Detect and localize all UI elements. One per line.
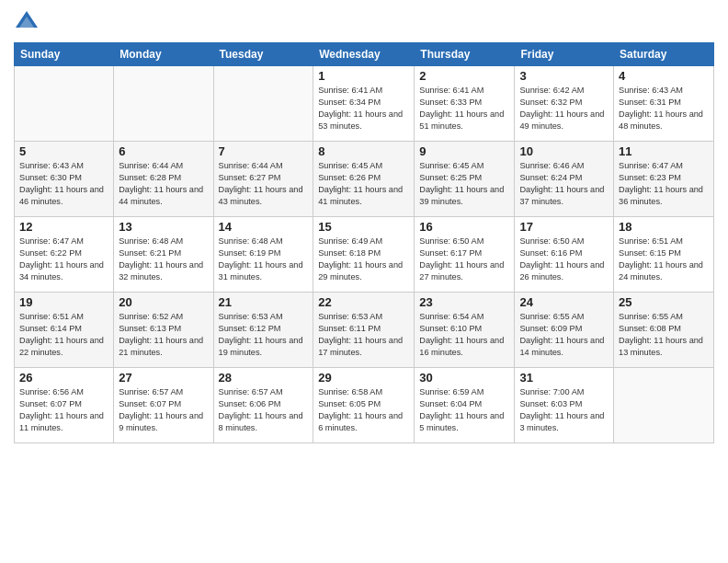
day-info: Sunrise: 6:50 AM Sunset: 6:16 PM Dayligh… [519, 236, 609, 283]
calendar-cell: 12Sunrise: 6:47 AM Sunset: 6:22 PM Dayli… [15, 217, 114, 293]
day-info: Sunrise: 6:45 AM Sunset: 6:26 PM Dayligh… [318, 160, 409, 208]
weekday-header: Sunday [15, 43, 114, 66]
day-info: Sunrise: 6:57 AM Sunset: 6:06 PM Dayligh… [219, 386, 309, 434]
day-info: Sunrise: 6:42 AM Sunset: 6:32 PM Dayligh… [519, 85, 609, 132]
day-info: Sunrise: 6:55 AM Sunset: 6:08 PM Dayligh… [619, 311, 709, 359]
calendar-cell: 19Sunrise: 6:51 AM Sunset: 6:14 PM Dayli… [15, 293, 114, 368]
day-info: Sunrise: 6:54 AM Sunset: 6:10 PM Dayligh… [419, 311, 509, 359]
day-number: 10 [519, 144, 609, 158]
page: SundayMondayTuesdayWednesdayThursdayFrid… [0, 0, 728, 563]
calendar-cell: 13Sunrise: 6:48 AM Sunset: 6:21 PM Dayli… [114, 217, 213, 293]
calendar-cell: 3Sunrise: 6:42 AM Sunset: 6:32 PM Daylig… [515, 66, 614, 142]
day-number: 18 [619, 220, 709, 234]
day-info: Sunrise: 6:44 AM Sunset: 6:28 PM Dayligh… [119, 160, 208, 208]
day-info: Sunrise: 6:47 AM Sunset: 6:22 PM Dayligh… [19, 236, 108, 283]
day-info: Sunrise: 6:56 AM Sunset: 6:07 PM Dayligh… [19, 386, 108, 434]
day-info: Sunrise: 6:48 AM Sunset: 6:21 PM Dayligh… [119, 236, 208, 283]
day-info: Sunrise: 6:55 AM Sunset: 6:09 PM Dayligh… [519, 311, 609, 359]
day-number: 20 [119, 295, 208, 309]
day-number: 3 [519, 69, 609, 83]
calendar-cell [614, 368, 714, 443]
calendar-cell: 1Sunrise: 6:41 AM Sunset: 6:34 PM Daylig… [313, 66, 415, 142]
calendar-cell: 21Sunrise: 6:53 AM Sunset: 6:12 PM Dayli… [213, 293, 313, 368]
day-number: 5 [19, 144, 108, 158]
calendar-cell: 6Sunrise: 6:44 AM Sunset: 6:28 PM Daylig… [114, 142, 213, 217]
day-number: 17 [519, 220, 609, 234]
day-info: Sunrise: 6:53 AM Sunset: 6:12 PM Dayligh… [219, 311, 309, 359]
day-info: Sunrise: 6:47 AM Sunset: 6:23 PM Dayligh… [619, 160, 709, 208]
day-number: 29 [318, 371, 409, 385]
calendar-cell: 31Sunrise: 7:00 AM Sunset: 6:03 PM Dayli… [515, 368, 614, 443]
day-number: 26 [19, 371, 108, 385]
day-number: 23 [419, 295, 509, 309]
day-number: 12 [19, 220, 108, 234]
day-info: Sunrise: 6:51 AM Sunset: 6:14 PM Dayligh… [19, 311, 108, 359]
calendar-cell: 5Sunrise: 6:43 AM Sunset: 6:30 PM Daylig… [15, 142, 114, 217]
day-number: 25 [619, 295, 709, 309]
day-info: Sunrise: 6:44 AM Sunset: 6:27 PM Dayligh… [219, 160, 309, 208]
day-info: Sunrise: 6:57 AM Sunset: 6:07 PM Dayligh… [119, 386, 208, 434]
calendar-cell: 7Sunrise: 6:44 AM Sunset: 6:27 PM Daylig… [213, 142, 313, 217]
day-number: 31 [519, 371, 609, 385]
day-info: Sunrise: 6:43 AM Sunset: 6:30 PM Dayligh… [19, 160, 108, 208]
weekday-header: Saturday [614, 43, 714, 66]
calendar-cell: 17Sunrise: 6:50 AM Sunset: 6:16 PM Dayli… [515, 217, 614, 293]
day-number: 11 [619, 144, 709, 158]
day-info: Sunrise: 6:45 AM Sunset: 6:25 PM Dayligh… [419, 160, 509, 208]
day-info: Sunrise: 7:00 AM Sunset: 6:03 PM Dayligh… [519, 386, 609, 434]
weekday-header: Friday [515, 43, 614, 66]
day-number: 30 [419, 371, 509, 385]
day-number: 6 [119, 144, 208, 158]
calendar-cell [213, 66, 313, 142]
day-number: 27 [119, 371, 208, 385]
calendar-cell: 15Sunrise: 6:49 AM Sunset: 6:18 PM Dayli… [313, 217, 415, 293]
weekday-header: Thursday [415, 43, 515, 66]
day-info: Sunrise: 6:41 AM Sunset: 6:34 PM Dayligh… [318, 85, 409, 132]
logo-icon [14, 9, 40, 35]
day-number: 4 [619, 69, 709, 83]
day-number: 13 [119, 220, 208, 234]
calendar-cell: 16Sunrise: 6:50 AM Sunset: 6:17 PM Dayli… [415, 217, 515, 293]
calendar: SundayMondayTuesdayWednesdayThursdayFrid… [14, 42, 714, 443]
calendar-cell: 26Sunrise: 6:56 AM Sunset: 6:07 PM Dayli… [15, 368, 114, 443]
day-info: Sunrise: 6:43 AM Sunset: 6:31 PM Dayligh… [619, 85, 709, 132]
calendar-cell: 27Sunrise: 6:57 AM Sunset: 6:07 PM Dayli… [114, 368, 213, 443]
day-number: 21 [219, 295, 309, 309]
logo [14, 9, 43, 35]
header [14, 9, 714, 35]
calendar-cell: 11Sunrise: 6:47 AM Sunset: 6:23 PM Dayli… [614, 142, 714, 217]
day-info: Sunrise: 6:59 AM Sunset: 6:04 PM Dayligh… [419, 386, 509, 434]
day-info: Sunrise: 6:48 AM Sunset: 6:19 PM Dayligh… [219, 236, 309, 283]
calendar-cell: 22Sunrise: 6:53 AM Sunset: 6:11 PM Dayli… [313, 293, 415, 368]
weekday-header: Monday [114, 43, 213, 66]
calendar-cell: 23Sunrise: 6:54 AM Sunset: 6:10 PM Dayli… [415, 293, 515, 368]
calendar-cell: 14Sunrise: 6:48 AM Sunset: 6:19 PM Dayli… [213, 217, 313, 293]
calendar-cell: 9Sunrise: 6:45 AM Sunset: 6:25 PM Daylig… [415, 142, 515, 217]
calendar-cell: 2Sunrise: 6:41 AM Sunset: 6:33 PM Daylig… [415, 66, 515, 142]
day-info: Sunrise: 6:53 AM Sunset: 6:11 PM Dayligh… [318, 311, 409, 359]
day-info: Sunrise: 6:58 AM Sunset: 6:05 PM Dayligh… [318, 386, 409, 434]
calendar-cell: 28Sunrise: 6:57 AM Sunset: 6:06 PM Dayli… [213, 368, 313, 443]
day-number: 22 [318, 295, 409, 309]
weekday-header: Tuesday [213, 43, 313, 66]
day-number: 7 [219, 144, 309, 158]
calendar-cell [15, 66, 114, 142]
calendar-cell: 10Sunrise: 6:46 AM Sunset: 6:24 PM Dayli… [515, 142, 614, 217]
weekday-header: Wednesday [313, 43, 415, 66]
day-info: Sunrise: 6:52 AM Sunset: 6:13 PM Dayligh… [119, 311, 208, 359]
day-number: 2 [419, 69, 509, 83]
day-number: 24 [519, 295, 609, 309]
calendar-cell: 30Sunrise: 6:59 AM Sunset: 6:04 PM Dayli… [415, 368, 515, 443]
day-number: 28 [219, 371, 309, 385]
day-number: 1 [318, 69, 409, 83]
calendar-cell: 4Sunrise: 6:43 AM Sunset: 6:31 PM Daylig… [614, 66, 714, 142]
day-info: Sunrise: 6:51 AM Sunset: 6:15 PM Dayligh… [619, 236, 709, 283]
day-number: 14 [219, 220, 309, 234]
day-number: 8 [318, 144, 409, 158]
calendar-cell: 29Sunrise: 6:58 AM Sunset: 6:05 PM Dayli… [313, 368, 415, 443]
day-number: 16 [419, 220, 509, 234]
day-number: 19 [19, 295, 108, 309]
calendar-cell: 25Sunrise: 6:55 AM Sunset: 6:08 PM Dayli… [614, 293, 714, 368]
day-number: 9 [419, 144, 509, 158]
day-number: 15 [318, 220, 409, 234]
